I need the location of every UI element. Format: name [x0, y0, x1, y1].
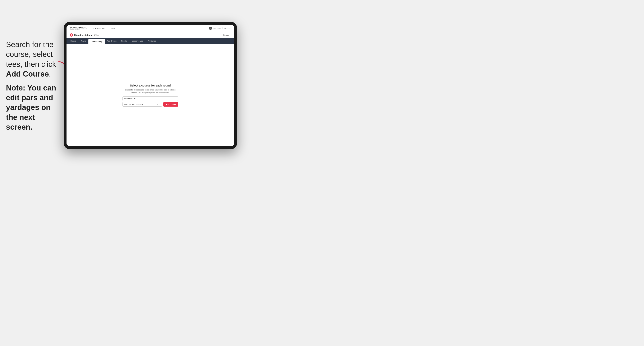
tee-select-controls: × ⌄	[157, 103, 160, 105]
annotation-block: Search for the course, select tees, then…	[6, 40, 62, 136]
tournament-name: Clippd Invitational	[74, 34, 93, 36]
logo-sub: Powered by clippd	[70, 29, 88, 30]
user-avatar: R	[209, 27, 212, 30]
tablet-device: SCOREBOARD Powered by clippd TOURNAMENTS…	[64, 22, 237, 149]
tee-select-value: Gold (M) (M) (7010 yds)	[124, 103, 144, 105]
tab-printables[interactable]: Printables	[146, 38, 158, 44]
card-title: Select a course for each round	[122, 84, 178, 87]
cancel-icon: ×	[230, 34, 231, 36]
course-search-input[interactable]	[122, 96, 178, 101]
tee-select-row: Gold (M) (M) (7010 yds) × ⌄ Add Course	[122, 102, 178, 107]
add-course-button[interactable]: Add Course	[163, 102, 178, 107]
tee-clear-icon[interactable]: ×	[157, 103, 158, 105]
tab-course-setup[interactable]: Course Setup	[88, 39, 105, 44]
navbar: SCOREBOARD Powered by clippd TOURNAMENTS…	[66, 25, 234, 32]
annotation-bold-1: Add Course	[6, 70, 49, 78]
logo-text: SCOREBOARD	[70, 26, 88, 29]
course-setup-card: Select a course for each round Search fo…	[122, 84, 178, 107]
nav-user-area: R Test User | Sign out	[209, 27, 231, 30]
logo-area: SCOREBOARD Powered by clippd	[70, 26, 88, 30]
tournament-type: (Men)	[94, 34, 99, 36]
main-content: Select a course for each round Search fo…	[66, 44, 234, 146]
sign-out-link[interactable]: Sign out	[224, 27, 231, 29]
tab-tee-groups[interactable]: Tee Groups	[105, 38, 119, 44]
nav-tournaments[interactable]: TOURNAMENTS	[92, 27, 105, 29]
card-description: Search for a course and select a tee. Yo…	[122, 89, 178, 94]
tournament-header: C Clippd Invitational (Men) Cancel ×	[66, 32, 234, 38]
tee-select[interactable]: Gold (M) (M) (7010 yds) × ⌄	[122, 102, 162, 107]
annotation-text-1: Search for the course, select tees, then…	[6, 40, 56, 68]
tournament-icon: C	[70, 33, 73, 37]
tab-leaderboards[interactable]: Leaderboards	[130, 38, 146, 44]
separator: |	[222, 27, 223, 29]
tournament-title: C Clippd Invitational (Men)	[70, 33, 99, 37]
tablet-screen: SCOREBOARD Powered by clippd TOURNAMENTS…	[66, 25, 234, 146]
tab-details[interactable]: Details	[68, 38, 78, 44]
nav-teams[interactable]: TEAMS	[108, 27, 115, 29]
nav-links: TOURNAMENTS TEAMS	[92, 27, 209, 29]
tab-teams[interactable]: Teams	[78, 38, 88, 44]
tab-results[interactable]: Results	[119, 38, 130, 44]
cancel-label: Cancel	[223, 34, 229, 36]
annotation-note: Note: You can edit pars and yardages on …	[6, 84, 56, 132]
user-name: Test User	[213, 27, 221, 29]
tab-bar: Details Teams Course Setup Tee Groups Re…	[66, 38, 234, 44]
cancel-button[interactable]: Cancel ×	[223, 34, 231, 36]
tee-chevron-icon[interactable]: ⌄	[159, 103, 160, 105]
